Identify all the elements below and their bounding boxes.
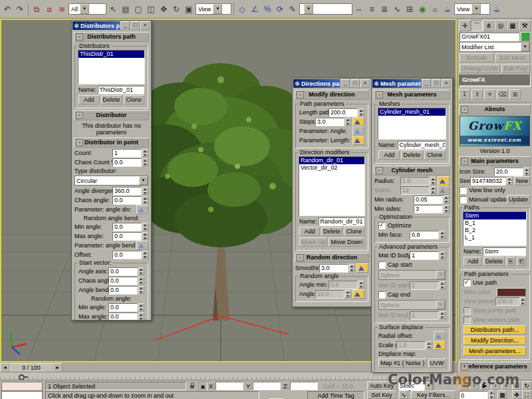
previous-frame-icon[interactable]: ‹: [469, 381, 479, 390]
length-path-field[interactable]: 200.0: [329, 108, 358, 117]
spinner[interactable]: [444, 205, 450, 213]
chevron-down-icon[interactable]: ▼: [436, 271, 445, 279]
rollout-main-parameters[interactable]: -Main parameters: [459, 156, 531, 166]
select-link-icon[interactable]: ⧉: [31, 3, 43, 15]
pan-viewport-icon[interactable]: ✥: [512, 390, 521, 399]
radius-field[interactable]: 2.0: [400, 177, 430, 186]
selection-filter-dropdown[interactable]: All ▼: [68, 3, 106, 15]
go-to-start-icon[interactable]: «: [459, 381, 468, 390]
smoothing-field[interactable]: 3.0: [319, 264, 348, 273]
extrude-button[interactable]: Extrude: [460, 53, 494, 63]
mesh-parameters-button[interactable]: Mesh parameters...: [464, 346, 526, 356]
curve-button[interactable]: [352, 136, 364, 145]
rollout-modify-direction[interactable]: -Modify direction: [295, 90, 369, 100]
spinner[interactable]: [142, 158, 148, 166]
angle-divergence-field[interactable]: 360.0: [112, 187, 142, 196]
move-down-button[interactable]: Move Down: [329, 237, 364, 247]
time-config-icon[interactable]: ▦: [497, 390, 507, 399]
sides-field[interactable]: 12: [400, 186, 430, 195]
play-icon[interactable]: ▶: [480, 381, 489, 390]
list-item[interactable]: B_2: [464, 227, 526, 234]
zoom-viewport-icon[interactable]: ⊕: [512, 381, 521, 390]
mat-id-body-field[interactable]: 1: [410, 251, 439, 260]
curve-button[interactable]: [434, 331, 446, 340]
list-item[interactable]: Stem: [464, 212, 526, 219]
clone-button[interactable]: Clone: [424, 150, 446, 160]
auto-key-button[interactable]: Auto Key: [367, 381, 396, 390]
min-sides-field[interactable]: 3: [414, 205, 443, 213]
spinner[interactable]: [430, 177, 436, 185]
spinner[interactable]: [142, 223, 148, 231]
selection-set-dropdown[interactable]: Selec ▼: [398, 381, 434, 391]
view-points-path-checkbox[interactable]: [464, 307, 471, 315]
close-button[interactable]: ×: [140, 21, 150, 30]
chaos-count-field[interactable]: 0.0: [112, 158, 142, 167]
paste-path-icon[interactable]: ⎗: [517, 257, 526, 266]
spinner[interactable]: [138, 313, 144, 321]
curve-button[interactable]: [434, 340, 446, 350]
clone-button[interactable]: Clone: [124, 95, 145, 104]
min-angle-field[interactable]: 0.0: [112, 223, 142, 231]
spinner[interactable]: [345, 118, 351, 126]
spinner[interactable]: [349, 264, 355, 272]
frame-back-icon[interactable]: ◂: [0, 363, 10, 372]
displace-map-button[interactable]: Map #1 ( Noise ): [378, 358, 427, 368]
scale-icon[interactable]: ▣: [183, 3, 195, 15]
directions-titlebar[interactable]: ✻ Directions param... _ □ ×: [293, 79, 370, 88]
curve-button[interactable]: [352, 117, 364, 126]
list-item[interactable]: L_1: [464, 234, 526, 241]
add-button[interactable]: Add: [378, 150, 400, 160]
view-percent-field[interactable]: 100.0: [495, 297, 519, 306]
minimize-button[interactable]: _: [340, 79, 350, 88]
spinner[interactable]: [142, 187, 148, 195]
add-time-tag[interactable]: Add Time Tag: [307, 391, 364, 399]
max-angle-field[interactable]: 0.0: [112, 232, 142, 241]
clone-button[interactable]: Clone: [344, 227, 364, 236]
configure-modifier-sets-icon[interactable]: ⊞: [509, 89, 521, 100]
min-radius-field[interactable]: 0.05: [414, 196, 443, 204]
distributors-titlebar[interactable]: ✻ Distributors para... _ □ ×: [72, 21, 150, 30]
align-icon[interactable]: ≡: [366, 3, 378, 15]
chaos-angle2-field[interactable]: 0.0: [108, 277, 138, 285]
wire-color-swatch[interactable]: [497, 288, 526, 297]
curve-button[interactable]: [352, 126, 364, 136]
cap-end-type-dropdown[interactable]: Sphere ▼: [378, 300, 446, 310]
angle-bend-field[interactable]: 0.0: [108, 286, 138, 295]
macro-recorder-field[interactable]: [1, 382, 43, 391]
spinner[interactable]: [426, 341, 432, 349]
steps-field[interactable]: 3.0: [315, 118, 344, 126]
spinner[interactable]: [524, 168, 530, 176]
selection-lock-icon[interactable]: [189, 382, 196, 390]
rollout-distributor[interactable]: -Distributor: [74, 110, 149, 120]
frame-forward-icon[interactable]: ▸: [53, 363, 63, 372]
pin-stack-icon[interactable]: ↧: [459, 89, 470, 100]
manual-update-checkbox[interactable]: [460, 196, 467, 203]
unlink-icon[interactable]: ⧈: [43, 3, 55, 15]
minimize-button[interactable]: _: [422, 79, 431, 88]
crossing-selection-icon[interactable]: ◫: [145, 3, 157, 15]
name-field[interactable]: Stem: [483, 247, 526, 256]
material-editor-icon[interactable]: ◉: [416, 3, 428, 15]
spinner[interactable]: [142, 251, 148, 259]
make-unique-icon[interactable]: ✳: [484, 89, 495, 100]
render-setup-icon[interactable]: ☼: [429, 3, 441, 15]
spinner[interactable]: [138, 277, 144, 285]
z-coord-field[interactable]: [290, 382, 318, 390]
mesh-parameters-window[interactable]: ✻ Mesh parameters _ □ × -Mesh parameters…: [371, 78, 453, 372]
remove-modifier-icon[interactable]: ⌫: [497, 89, 508, 100]
mesh-titlebar[interactable]: ✻ Mesh parameters _ □ ×: [372, 79, 452, 88]
view-line-only-checkbox[interactable]: [460, 187, 467, 194]
count-field[interactable]: 1: [112, 149, 142, 158]
go-to-end-icon[interactable]: »: [501, 381, 511, 390]
spinner[interactable]: [440, 281, 446, 289]
x-coord-field[interactable]: [215, 382, 243, 390]
spinner[interactable]: [358, 281, 364, 289]
chevron-down-icon[interactable]: ▼: [521, 43, 529, 51]
chevron-down-icon[interactable]: ▼: [424, 382, 433, 390]
add-button[interactable]: Add: [299, 227, 320, 236]
bind-spacewarp-icon[interactable]: ≋: [56, 3, 68, 15]
maximize-button[interactable]: □: [130, 21, 140, 30]
key-filters-button[interactable]: Key Filters...: [411, 390, 456, 399]
rect-selection-icon[interactable]: ▢: [132, 3, 144, 15]
edit-named-selections-icon[interactable]: ✎: [287, 3, 299, 15]
